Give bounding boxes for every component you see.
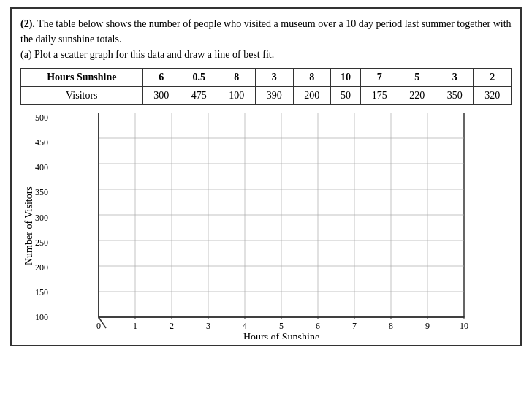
val7: 175 [360,87,398,105]
col-header-label: Hours Sunshine [21,69,143,87]
col-h10: 2 [474,69,512,87]
ytick-500: 500 [35,113,48,123]
table-header-row: Hours Sunshine 6 0.5 8 3 8 10 7 5 3 2 [21,69,512,87]
val10: 320 [474,87,512,105]
col-h3: 8 [218,69,255,87]
svg-text:Hours of Sunshine: Hours of Sunshine [243,332,319,339]
chart-and-xaxis: 0 1 2 3 4 5 6 7 8 9 10 Hours of Sunshine [51,113,512,339]
svg-text:2: 2 [170,321,174,331]
val6: 50 [331,87,361,105]
svg-text:5: 5 [279,321,284,331]
svg-text:8: 8 [389,321,393,331]
val5: 200 [293,87,330,105]
ytick-450: 450 [35,137,48,148]
col-h5: 8 [293,69,330,87]
col-h8: 5 [398,69,436,87]
ytick-400: 400 [35,162,48,173]
ytick-300: 300 [35,213,48,224]
svg-text:1: 1 [133,321,137,331]
val1: 300 [142,87,180,105]
scatter-chart: 0 1 2 3 4 5 6 7 8 9 10 Hours of Sunshine [51,113,512,339]
question-description: The table below shows the number of peop… [20,18,512,45]
col-h4: 3 [256,69,293,87]
val4: 390 [256,87,293,105]
ytick-250: 250 [35,238,48,248]
ytick-200: 200 [35,262,48,273]
main-container: (2). The table below shows the number of… [10,7,522,346]
col-h9: 3 [436,69,473,87]
svg-text:10: 10 [460,321,468,331]
ytick-150: 150 [35,287,48,298]
y-ticks-container: 500 450 400 350 300 250 200 150 100 [35,113,51,339]
svg-text:4: 4 [243,321,247,331]
question-part-a: (a) Plot a scatter graph for this data a… [20,49,274,60]
col-h1: 6 [142,69,180,87]
data-table: Hours Sunshine 6 0.5 8 3 8 10 7 5 3 2 Vi… [20,68,512,105]
col-h2: 0.5 [180,69,218,87]
col-h7: 7 [360,69,398,87]
val9: 350 [436,87,473,105]
svg-text:9: 9 [425,321,430,331]
val2: 475 [180,87,218,105]
svg-text:0: 0 [96,321,101,331]
row2-label: Visitors [21,87,143,105]
val8: 220 [398,87,436,105]
question-text: (2). The table below shows the number of… [20,16,512,62]
ytick-100: 100 [35,312,48,323]
ytick-350: 350 [35,187,48,198]
svg-text:6: 6 [316,321,320,331]
table-data-row: Visitors 300 475 100 390 200 50 175 220 … [21,87,512,105]
col-h6: 10 [331,69,361,87]
val3: 100 [218,87,255,105]
y-axis-label: Number of Visitors [20,113,35,339]
svg-text:3: 3 [206,321,210,331]
question-number: (2). [20,18,35,29]
graph-area: Number of Visitors 500 450 400 350 300 2… [20,113,512,339]
svg-text:7: 7 [352,321,357,331]
